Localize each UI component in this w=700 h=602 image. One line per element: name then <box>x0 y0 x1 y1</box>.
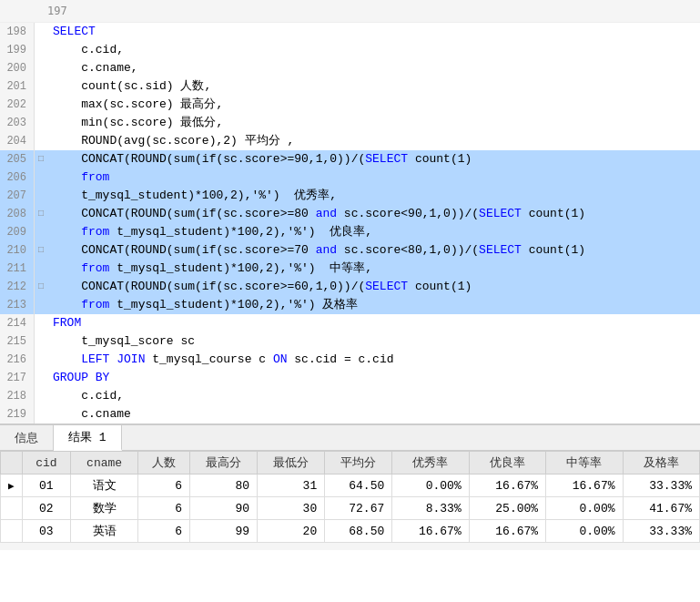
token-plain: t_mysql_student)*100,2),'%') 及格率 <box>109 298 358 311</box>
line-content: CONCAT(ROUND(sum(if(sc.score>=80 and sc.… <box>47 205 700 223</box>
token-kw: SELECT <box>479 243 522 257</box>
token-kw: from <box>81 225 109 239</box>
line-content: from t_mysql_student)*100,2),'%') 中等率, <box>47 260 700 278</box>
token-plain: max(sc.score) 最高分, <box>53 97 223 111</box>
line-number: 198 <box>0 23 35 41</box>
bottom-panel: 信息 结果 1 cidcname人数最高分最低分平均分优秀率优良率中等率及格率 … <box>0 423 700 543</box>
line-number: 200 <box>0 59 35 77</box>
line-content: CONCAT(ROUND(sum(if(sc.score>=90,1,0))/(… <box>47 150 700 168</box>
table-cell: 33.33% <box>623 520 700 543</box>
table-cell: 6 <box>138 520 190 543</box>
token-plain: sc.score<90,1,0))/( <box>337 207 479 220</box>
table-cell: 英语 <box>71 520 138 543</box>
token-plain: sc.score<80,1,0))/( <box>337 243 479 257</box>
tab-result1[interactable]: 结果 1 <box>54 425 122 451</box>
line-number: 217 <box>0 369 35 387</box>
line-number: 218 <box>0 387 35 405</box>
table-cell: 90 <box>190 497 258 520</box>
code-line-215: 215 t_mysql_score sc <box>0 332 700 351</box>
col-header-及格率: 及格率 <box>623 452 700 474</box>
result-panel: cidcname人数最高分最低分平均分优秀率优良率中等率及格率 ▶01语文680… <box>0 451 700 543</box>
line-number: 213 <box>0 296 35 314</box>
token-plain: t_mysql_course c <box>145 352 272 366</box>
line-number: 208 <box>0 205 35 223</box>
token-plain: CONCAT(ROUND(sum(if(sc.score>=70 <box>53 243 316 257</box>
token-plain: CONCAT(ROUND(sum(if(sc.score>=60,1,0))/( <box>53 280 365 293</box>
line-number: 210 <box>0 241 35 260</box>
code-line-213: 213 from t_mysql_student)*100,2),'%') 及格… <box>0 296 700 314</box>
col-header-cid: cid <box>22 452 70 474</box>
token-plain: count(1) <box>408 152 472 166</box>
code-line-217: 217GROUP BY <box>0 369 700 387</box>
line-content: ROUND(avg(sc.score),2) 平均分 , <box>47 132 700 150</box>
col-header-最低分: 最低分 <box>258 452 325 474</box>
code-line-218: 218 c.cid, <box>0 387 700 405</box>
tab-info[interactable]: 信息 <box>0 425 54 450</box>
line-content: t_mysql_score sc <box>47 332 700 351</box>
token-plain: c.cid, <box>53 389 124 403</box>
line-fold-icon[interactable]: □ <box>35 241 47 260</box>
line-fold-icon[interactable]: □ <box>35 205 47 223</box>
line-number: 207 <box>0 187 35 205</box>
token-plain: c.cid, <box>53 43 124 56</box>
code-line-198: 198SELECT <box>0 23 700 41</box>
table-cell: 0.00% <box>546 497 623 520</box>
token-kw: from <box>81 170 109 184</box>
token-kw: SELECT <box>365 152 408 166</box>
table-cell: 30 <box>258 497 325 520</box>
line-number: 214 <box>0 314 35 332</box>
line-content: from t_mysql_student)*100,2),'%') 及格率 <box>47 296 700 314</box>
result-table: cidcname人数最高分最低分平均分优秀率优良率中等率及格率 ▶01语文680… <box>0 451 700 543</box>
code-line-207: 207 t_mysql_student)*100,2),'%') 优秀率, <box>0 187 700 205</box>
token-plain: t_mysql_score sc <box>53 334 195 348</box>
table-cell: 72.67 <box>325 497 392 520</box>
table-cell: 41.67% <box>623 497 700 520</box>
token-kw: from <box>81 261 109 275</box>
token-plain: t_mysql_student)*100,2),'%') 中等率, <box>109 261 372 275</box>
code-line-209: 209 from t_mysql_student)*100,2),'%') 优良… <box>0 223 700 241</box>
table-cell: 0.00% <box>392 474 469 497</box>
code-line-214: 214FROM <box>0 314 700 332</box>
token-plain: count(1) <box>522 207 585 220</box>
line-number: 201 <box>0 77 35 96</box>
code-line-202: 202 max(sc.score) 最高分, <box>0 96 700 114</box>
line-content: from <box>47 168 700 187</box>
line-number: 204 <box>0 132 35 150</box>
token-plain <box>53 261 81 275</box>
table-cell: 16.67% <box>546 474 623 497</box>
col-header-优秀率: 优秀率 <box>392 452 469 474</box>
code-line-219: 219 c.cname <box>0 405 700 423</box>
token-kw: SELECT <box>479 207 522 220</box>
code-line-206: 206 from <box>0 168 700 187</box>
code-line-203: 203 min(sc.score) 最低分, <box>0 114 700 132</box>
line-content: from t_mysql_student)*100,2),'%') 优良率, <box>47 223 700 241</box>
line-number: 209 <box>0 223 35 241</box>
code-line-212: 212□ CONCAT(ROUND(sum(if(sc.score>=60,1,… <box>0 278 700 296</box>
code-line-205: 205□ CONCAT(ROUND(sum(if(sc.score>=90,1,… <box>0 150 700 168</box>
line-content: t_mysql_student)*100,2),'%') 优秀率, <box>47 187 700 205</box>
tabs-bar: 信息 结果 1 <box>0 425 700 451</box>
line-number: 199 <box>0 41 35 59</box>
table-cell: 20 <box>258 520 325 543</box>
col-header-人数: 人数 <box>138 452 190 474</box>
token-plain: ROUND(avg(sc.score),2) 平均分 , <box>53 134 294 148</box>
table-cell: 6 <box>138 497 190 520</box>
token-kw: GROUP BY <box>53 371 109 384</box>
code-line-204: 204 ROUND(avg(sc.score),2) 平均分 , <box>0 132 700 150</box>
token-kw: and <box>316 243 337 257</box>
intro-line: 197 <box>0 0 700 23</box>
code-line-210: 210□ CONCAT(ROUND(sum(if(sc.score>=70 an… <box>0 241 700 260</box>
line-number: 203 <box>0 114 35 132</box>
token-plain: count(sc.sid) 人数, <box>53 79 211 93</box>
row-indicator: ▶ <box>1 474 23 497</box>
token-plain <box>53 352 81 366</box>
line-content: CONCAT(ROUND(sum(if(sc.score>=70 and sc.… <box>47 241 700 260</box>
line-fold-icon[interactable]: □ <box>35 278 47 296</box>
row-indicator <box>1 520 23 543</box>
line-number: 219 <box>0 405 35 423</box>
line-fold-icon[interactable]: □ <box>35 150 47 168</box>
token-plain: c.cname <box>53 407 131 421</box>
table-cell: 03 <box>22 520 70 543</box>
table-cell: 01 <box>22 474 70 497</box>
line-number: 216 <box>0 351 35 369</box>
